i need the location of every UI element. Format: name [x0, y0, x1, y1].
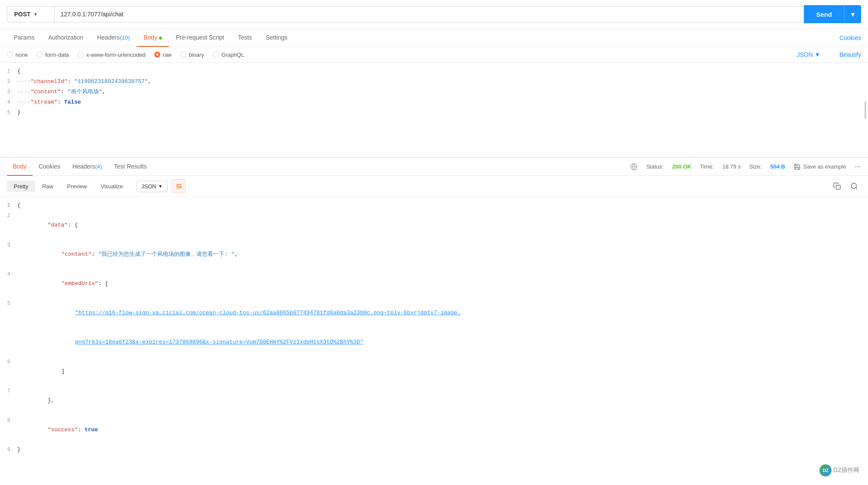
fmt-tab-raw[interactable]: Raw	[35, 181, 60, 192]
send-label: Send	[804, 5, 844, 23]
tab-prerequest[interactable]: Pre-request Script	[169, 29, 231, 47]
response-status-bar: Status: 200 OK Time: 18.79 s Size: 504 B…	[630, 162, 861, 171]
option-binary[interactable]: binary	[180, 52, 204, 58]
save-icon	[794, 163, 801, 170]
res-tab-cookies[interactable]: Cookies	[33, 158, 67, 176]
tab-body[interactable]: Body	[137, 29, 169, 47]
res-line-1: 1 {	[0, 200, 868, 211]
svg-line-5	[856, 187, 857, 189]
req-line-5: 5 }	[0, 107, 868, 118]
response-tabs: Body Cookies Headers(4) Test Results Sta…	[0, 157, 868, 176]
search-button[interactable]	[847, 179, 861, 193]
req-line-3: 3 ····"content": "画个风电场",	[0, 87, 868, 97]
req-line-2: 2 ····"channelId": "11996231802439639757…	[0, 77, 868, 87]
req-line-1: 1 {	[0, 66, 868, 77]
res-tab-test-results[interactable]: Test Results	[108, 158, 153, 176]
size-label: Size:	[749, 163, 762, 170]
option-raw[interactable]: raw	[154, 52, 172, 58]
req-line-4: 4 ····"stream": false	[0, 97, 868, 107]
fmt-tab-visualize[interactable]: Visualize	[94, 181, 130, 192]
radio-urlencoded	[78, 52, 84, 58]
send-dropdown-icon[interactable]: ▼	[844, 5, 861, 23]
word-wrap-button[interactable]	[172, 179, 186, 193]
headers-badge: (10)	[120, 34, 130, 41]
url-bar: POST ▼ 127.0.0.1:7077/api/chat Send ▼	[0, 0, 868, 29]
res-line-3: 3 "content": "我已经为您生成了一个风电场的图像，请您看一下: ",	[0, 240, 868, 269]
dz-watermark: DZ DZ插件网	[819, 464, 859, 476]
option-form-data[interactable]: form-data	[37, 52, 69, 58]
radio-raw	[154, 52, 160, 58]
status-value: 200 OK	[672, 163, 691, 170]
res-line-9: 9 }	[0, 445, 868, 455]
method-dropdown-icon: ▼	[33, 12, 38, 17]
res-line-5b: png?rk3s=18ea6f23&x-expires=1737868896&x…	[0, 328, 868, 357]
more-options-button[interactable]: ···	[855, 162, 861, 171]
request-body-editor[interactable]: 1 { 2 ····"channelId": "1199623180243963…	[0, 63, 868, 157]
res-line-5: 5 "https://p16-flow-sign-va.ciciai.com/o…	[0, 298, 868, 328]
res-line-4: 4 "embedUrls": [	[0, 269, 868, 298]
cookies-link[interactable]: Cookies	[839, 34, 861, 41]
request-tabs: Params Authorization Headers(10) Body Pr…	[0, 29, 868, 47]
embed-url-link-cont[interactable]: png?rk3s=18ea6f23&x-expires=1737868896&x…	[75, 339, 364, 345]
body-options: none form-data x-www-form-urlencoded raw…	[0, 47, 868, 63]
time-label: Time:	[700, 163, 714, 170]
radio-form-data	[37, 52, 43, 58]
response-format-bar: Pretty Raw Preview Visualize JSON ▼	[0, 176, 868, 197]
tab-headers[interactable]: Headers(10)	[90, 29, 137, 47]
globe-icon	[630, 163, 638, 171]
json-format-dropdown[interactable]: JSON ▼	[797, 51, 820, 58]
res-tab-body[interactable]: Body	[7, 158, 33, 176]
copy-button[interactable]	[830, 179, 844, 193]
response-body-editor[interactable]: 1 { 2 "data": { 3 "content": "我已经为您生成了一个…	[0, 197, 868, 458]
res-tab-headers[interactable]: Headers(4)	[67, 158, 108, 176]
tab-authorization[interactable]: Authorization	[41, 29, 90, 47]
embed-url-link[interactable]: "https://p16-flow-sign-va.ciciai.com/oce…	[75, 310, 461, 316]
option-urlencoded[interactable]: x-www-form-urlencoded	[78, 52, 146, 58]
res-line-8: 8 "success": true	[0, 415, 868, 445]
fmt-tab-preview[interactable]: Preview	[60, 181, 94, 192]
radio-binary	[180, 52, 186, 58]
response-json-dropdown[interactable]: JSON ▼	[137, 181, 168, 192]
method-selector[interactable]: POST ▼	[7, 6, 54, 22]
res-line-2: 2 "data": {	[0, 211, 868, 240]
copy-icon	[833, 182, 841, 190]
beautify-button[interactable]: Beautify	[839, 51, 861, 58]
tab-tests[interactable]: Tests	[231, 29, 259, 47]
body-dot	[159, 37, 162, 40]
size-value: 504 B	[770, 163, 785, 170]
search-icon	[850, 182, 858, 190]
dz-text: DZ插件网	[833, 467, 859, 474]
save-as-example-button[interactable]: Save as example	[794, 163, 846, 170]
fmt-tab-pretty[interactable]: Pretty	[7, 181, 35, 192]
svg-rect-3	[836, 185, 840, 190]
request-scrollbar[interactable]	[865, 101, 866, 119]
radio-none	[7, 52, 13, 58]
dz-logo: DZ	[819, 464, 831, 476]
status-label: Status:	[646, 163, 663, 170]
send-button[interactable]: Send ▼	[804, 5, 861, 23]
option-graphql[interactable]: GraphQL	[213, 52, 244, 58]
wrap-icon	[175, 183, 182, 190]
option-none[interactable]: none	[7, 52, 28, 58]
time-value: 18.79 s	[722, 163, 741, 170]
res-headers-badge: (4)	[95, 163, 102, 170]
json-dropdown-icon: ▼	[815, 51, 821, 58]
svg-point-4	[851, 183, 856, 188]
radio-graphql	[213, 52, 219, 58]
tab-params[interactable]: Params	[7, 29, 41, 47]
res-line-6: 6 ]	[0, 357, 868, 386]
res-line-7: 7 },	[0, 386, 868, 415]
json-fmt-dropdown-icon: ▼	[158, 184, 163, 189]
tab-settings[interactable]: Settings	[259, 29, 294, 47]
method-text: POST	[14, 11, 31, 18]
url-input[interactable]: 127.0.0.1:7077/api/chat	[54, 6, 804, 22]
